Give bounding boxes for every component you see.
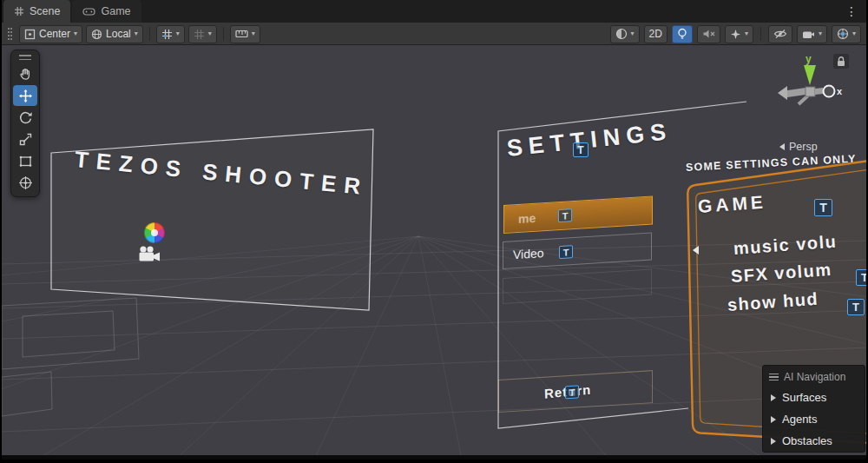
2d-label: 2D <box>649 28 662 40</box>
scale-tool-button[interactable] <box>13 129 37 149</box>
tool-palette <box>10 50 40 197</box>
tool-handle-rotation-dropdown[interactable]: Local ▾ <box>86 25 143 43</box>
rect-tool-button[interactable] <box>13 150 37 171</box>
ai-navigation-overlay: AI Navigation Surfaces Agents Obstacles <box>762 365 865 453</box>
gizmo-lock-button[interactable] <box>833 54 849 69</box>
grid-snap-icon <box>161 29 173 40</box>
x-axis-label: x <box>837 86 843 96</box>
ainav-agents-item[interactable]: Agents <box>763 408 865 430</box>
scene-audio-toggle[interactable] <box>697 25 720 43</box>
option-prev-arrow[interactable] <box>693 246 699 255</box>
ainav-obstacles-item[interactable]: Obstacles <box>763 430 865 452</box>
scene-lighting-toggle[interactable] <box>672 25 693 43</box>
chevron-down-icon: ▾ <box>819 30 822 37</box>
tab-bar: Scene Game ⋮ <box>2 0 866 23</box>
kebab-menu-icon: ⋮ <box>845 4 858 18</box>
toolbar-right-group: ▾ 2D ▾ ▾ <box>610 23 861 45</box>
move-tool-button[interactable] <box>13 85 37 106</box>
foldout-arrow-icon <box>771 394 776 401</box>
camera-gizmo-icon[interactable] <box>138 246 161 263</box>
separator <box>149 27 150 41</box>
chevron-down-icon: ▾ <box>208 30 212 37</box>
chevron-down-icon: ▾ <box>74 30 77 37</box>
text-gizmo-icon[interactable]: T <box>856 269 866 286</box>
aperture-gizmo-icon[interactable] <box>144 222 165 243</box>
toolbar-drag-handle[interactable] <box>8 28 13 41</box>
separator <box>760 27 761 41</box>
transform-icon <box>18 175 33 190</box>
chevron-down-icon: ▾ <box>745 30 748 37</box>
text-gizmo-icon[interactable]: T <box>573 142 589 157</box>
chevron-down-icon: ▾ <box>631 30 635 37</box>
scene-visibility-toggle[interactable] <box>768 25 792 43</box>
ai-navigation-header[interactable]: AI Navigation <box>763 367 865 387</box>
tab-game[interactable]: Game <box>72 0 141 23</box>
tab-scene[interactable]: Scene <box>3 0 70 23</box>
sparkle-fx-icon <box>730 29 741 40</box>
snap-increment-icon <box>235 29 248 39</box>
gizmos-dropdown[interactable]: ▾ <box>832 25 861 43</box>
light-bulb-icon <box>677 28 687 40</box>
grid-visibility-dropdown[interactable]: ▾ <box>156 25 185 43</box>
rotate-tool-button[interactable] <box>13 107 37 128</box>
hand-icon <box>18 67 33 82</box>
scene-view-window: Scene Game ⋮ Center ▾ Local ▾ <box>2 0 866 460</box>
distant-panel-outlines <box>2 298 139 416</box>
axis-cone-left <box>778 86 787 100</box>
draw-mode-dropdown[interactable]: ▾ <box>610 25 640 43</box>
snap-increment-dropdown[interactable]: ▾ <box>230 25 260 43</box>
foldout-arrow-icon <box>771 416 776 423</box>
tab-game-label: Game <box>101 5 130 17</box>
palette-drag-handle[interactable] <box>19 55 31 60</box>
persp-arrow-icon <box>779 143 785 150</box>
move-icon <box>18 89 33 103</box>
globe-icon <box>91 29 102 40</box>
y-axis-label: y <box>806 53 812 65</box>
2d-toggle-button[interactable]: 2D <box>644 25 667 43</box>
scene-viewport[interactable]: TEZOS SHOOTER SETTINGS T SOME SETTINGS C… <box>2 45 866 455</box>
ai-navigation-title: AI Navigation <box>784 371 845 383</box>
text-gizmo-icon[interactable]: T <box>814 199 832 216</box>
gizmo-sphere-icon <box>837 28 849 40</box>
tool-handle-position-dropdown[interactable]: Center ▾ <box>19 25 82 43</box>
rotate-icon <box>18 110 33 125</box>
chevron-down-icon: ▾ <box>176 30 180 37</box>
pivot-label: Center <box>39 28 70 40</box>
toolbar-left-group: Center ▾ Local ▾ ▾ ▾ ▾ <box>8 23 260 45</box>
unity-editor-window: Scene Game ⋮ Center ▾ Local ▾ <box>0 0 868 463</box>
chevron-down-icon: ▾ <box>135 30 138 37</box>
drag-dots-icon <box>8 28 10 30</box>
x-axis-ring <box>824 86 835 97</box>
tab-scene-label: Scene <box>30 5 60 17</box>
window-bottom-edge <box>2 455 866 460</box>
transform-tool-button[interactable] <box>13 172 37 193</box>
grid-icon <box>14 6 24 17</box>
hand-tool-button[interactable] <box>13 63 37 84</box>
scene-effects-dropdown[interactable]: ▾ <box>725 25 753 43</box>
shaded-sphere-icon <box>615 28 628 40</box>
settings-video-button-label: Video <box>513 246 544 261</box>
surfaces-label: Surfaces <box>782 391 826 404</box>
ainav-surfaces-item[interactable]: Surfaces <box>763 387 865 408</box>
text-gizmo-icon[interactable]: T <box>559 245 573 259</box>
text-gizmo-icon[interactable]: T <box>847 299 865 315</box>
audio-muted-icon <box>702 29 715 39</box>
settings-game-button-label: me <box>518 210 536 225</box>
eye-icon <box>773 29 787 39</box>
snap-grid-icon <box>194 29 205 40</box>
snap-toggle-dropdown[interactable]: ▾ <box>188 25 217 43</box>
gizmo-center-cube <box>806 87 815 96</box>
text-gizmo-icon[interactable]: T <box>565 385 579 399</box>
scene-toolbar: Center ▾ Local ▾ ▾ ▾ ▾ <box>2 23 866 45</box>
obstacles-label: Obstacles <box>782 434 832 447</box>
camera-icon <box>802 30 815 39</box>
foldout-arrow-icon <box>771 438 776 445</box>
lock-icon <box>836 56 846 67</box>
projection-toggle[interactable]: Persp <box>779 141 818 153</box>
gamepad-icon <box>82 7 95 17</box>
scene-camera-dropdown[interactable]: ▾ <box>797 25 827 43</box>
hamburger-icon <box>769 374 779 380</box>
tab-menu-button[interactable]: ⋮ <box>837 0 866 23</box>
pivot-center-icon <box>24 29 36 40</box>
text-gizmo-icon[interactable]: T <box>558 208 572 222</box>
